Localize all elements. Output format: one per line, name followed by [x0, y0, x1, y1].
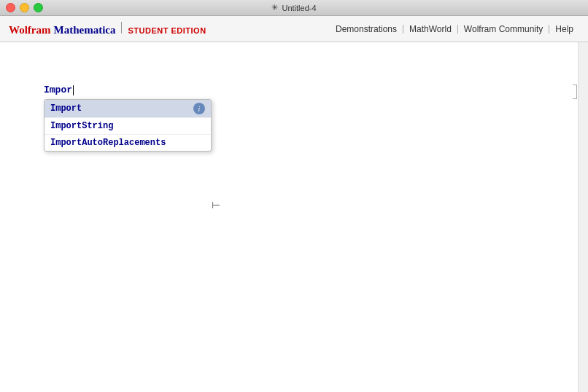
autocomplete-item-importautoreplacements[interactable]: ImportAutoReplacements: [45, 135, 211, 151]
notebook-content[interactable]: Impor Import i ImportString ImportAutoRe…: [0, 42, 588, 392]
nav-community[interactable]: Wolfram Community: [458, 24, 549, 34]
nav-demonstrations[interactable]: Demonstrations: [330, 24, 403, 34]
nav-links: Demonstrations MathWorld Wolfram Communi…: [330, 24, 579, 34]
maximize-button[interactable]: [34, 3, 43, 12]
autocomplete-label-importautoreplacements: ImportAutoReplacements: [50, 138, 166, 148]
cell-bracket: [573, 85, 577, 99]
brand-mathematica: Mathematica: [54, 24, 116, 36]
autocomplete-item-import[interactable]: Import i: [45, 100, 211, 118]
autocomplete-item-importstring[interactable]: ImportString: [45, 118, 211, 135]
nav-help[interactable]: Help: [549, 24, 579, 34]
cell-input-area[interactable]: Impor: [44, 82, 573, 95]
nav-mathworld[interactable]: MathWorld: [403, 24, 457, 34]
input-value: Impor: [44, 85, 72, 95]
brand-edition: STUDENT EDITION: [128, 26, 206, 35]
toolbar: Wolfram Mathematica STUDENT EDITION Demo…: [0, 16, 588, 42]
info-icon[interactable]: i: [193, 103, 205, 114]
title-text: Untitled-4: [282, 4, 316, 12]
title-bar: ✳ Untitled-4: [0, 0, 588, 16]
window-controls: [6, 3, 43, 12]
autocomplete-label-importstring: ImportString: [50, 121, 113, 131]
close-button[interactable]: [6, 3, 15, 12]
text-cursor: [73, 85, 74, 95]
brand-divider: [121, 22, 122, 34]
brand-wolfram: Wolfram: [9, 24, 51, 36]
app-icon: ✳: [271, 3, 278, 12]
body-cursor: ⊢: [212, 199, 220, 211]
autocomplete-dropdown[interactable]: Import i ImportString ImportAutoReplacem…: [44, 99, 212, 152]
autocomplete-label-import: Import: [50, 103, 82, 114]
minimize-button[interactable]: [20, 3, 29, 12]
brand-logo: Wolfram Mathematica STUDENT EDITION: [9, 22, 206, 36]
input-text[interactable]: Impor: [44, 85, 74, 95]
window-title: ✳ Untitled-4: [271, 3, 316, 12]
notebook-edge: [578, 42, 588, 392]
